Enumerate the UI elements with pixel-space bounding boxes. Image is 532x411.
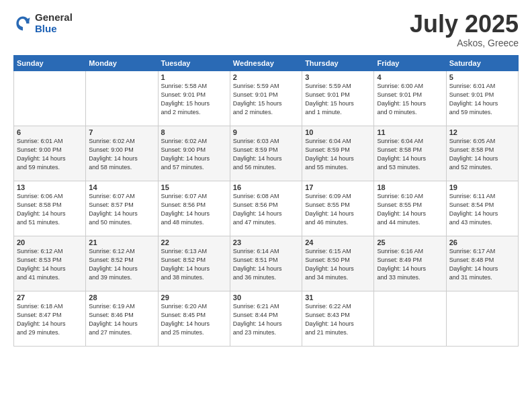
day-number: 31: [305, 293, 371, 302]
day-number: 18: [377, 183, 443, 191]
day-header-monday: Monday: [86, 56, 158, 71]
day-info: Sunrise: 6:01 AM Sunset: 9:01 PM Dayligh…: [449, 82, 515, 117]
calendar-cell: 3Sunrise: 5:59 AM Sunset: 9:01 PM Daylig…: [302, 71, 374, 126]
calendar-cell: 27Sunrise: 6:18 AM Sunset: 8:47 PM Dayli…: [14, 291, 86, 347]
day-info: Sunrise: 6:01 AM Sunset: 9:00 PM Dayligh…: [17, 137, 83, 172]
day-number: 13: [17, 183, 83, 191]
day-info: Sunrise: 6:07 AM Sunset: 8:57 PM Dayligh…: [89, 192, 154, 227]
day-info: Sunrise: 6:09 AM Sunset: 8:55 PM Dayligh…: [305, 192, 371, 227]
calendar-cell: 4Sunrise: 6:00 AM Sunset: 9:01 PM Daylig…: [374, 71, 446, 126]
day-number: 17: [305, 183, 371, 191]
month-title: July 2025: [410, 12, 519, 36]
calendar-cell: 15Sunrise: 6:07 AM Sunset: 8:56 PM Dayli…: [158, 181, 230, 236]
day-number: 19: [449, 183, 515, 191]
calendar-cell: 2Sunrise: 5:59 AM Sunset: 9:01 PM Daylig…: [230, 71, 302, 126]
day-info: Sunrise: 6:02 AM Sunset: 9:00 PM Dayligh…: [161, 137, 227, 172]
day-number: 27: [17, 293, 83, 302]
calendar-cell: 6Sunrise: 6:01 AM Sunset: 9:00 PM Daylig…: [14, 126, 86, 181]
day-number: 9: [233, 128, 299, 136]
calendar-cell: 13Sunrise: 6:06 AM Sunset: 8:58 PM Dayli…: [14, 181, 86, 236]
week-row-5: 27Sunrise: 6:18 AM Sunset: 8:47 PM Dayli…: [14, 291, 519, 347]
calendar-cell: 8Sunrise: 6:02 AM Sunset: 9:00 PM Daylig…: [158, 126, 230, 181]
day-info: Sunrise: 6:02 AM Sunset: 9:00 PM Dayligh…: [89, 137, 154, 172]
day-number: 2: [233, 73, 299, 81]
title-area: July 2025 Askos, Greece: [410, 12, 519, 48]
day-number: 11: [377, 128, 443, 136]
day-number: 7: [89, 128, 154, 136]
header-row: SundayMondayTuesdayWednesdayThursdayFrid…: [14, 56, 519, 71]
day-header-friday: Friday: [374, 56, 446, 71]
page: General Blue July 2025 Askos, Greece Sun…: [0, 0, 532, 411]
day-header-thursday: Thursday: [302, 56, 374, 71]
day-info: Sunrise: 6:18 AM Sunset: 8:47 PM Dayligh…: [17, 302, 83, 337]
calendar-cell: 31Sunrise: 6:22 AM Sunset: 8:43 PM Dayli…: [302, 291, 374, 347]
calendar-cell: [14, 71, 86, 126]
header: General Blue July 2025 Askos, Greece: [13, 12, 519, 48]
logo-text: General Blue: [35, 12, 73, 34]
day-number: 29: [161, 293, 227, 302]
calendar-cell: 22Sunrise: 6:13 AM Sunset: 8:52 PM Dayli…: [158, 236, 230, 291]
day-number: 12: [449, 128, 515, 136]
day-number: 26: [449, 238, 515, 246]
calendar-cell: [446, 291, 518, 347]
calendar-cell: 23Sunrise: 6:14 AM Sunset: 8:51 PM Dayli…: [230, 236, 302, 291]
day-number: 6: [17, 128, 83, 136]
calendar-cell: 5Sunrise: 6:01 AM Sunset: 9:01 PM Daylig…: [446, 71, 518, 126]
calendar-cell: 26Sunrise: 6:17 AM Sunset: 8:48 PM Dayli…: [446, 236, 518, 291]
day-info: Sunrise: 6:05 AM Sunset: 8:58 PM Dayligh…: [449, 137, 515, 172]
day-number: 30: [233, 293, 299, 302]
calendar-cell: [86, 71, 158, 126]
day-number: 14: [89, 183, 154, 191]
logo-blue: Blue: [35, 24, 73, 35]
day-info: Sunrise: 6:15 AM Sunset: 8:50 PM Dayligh…: [305, 247, 371, 282]
calendar-cell: 11Sunrise: 6:04 AM Sunset: 8:58 PM Dayli…: [374, 126, 446, 181]
day-number: 1: [161, 73, 227, 81]
location-subtitle: Askos, Greece: [410, 38, 519, 48]
calendar-cell: 25Sunrise: 6:16 AM Sunset: 8:49 PM Dayli…: [374, 236, 446, 291]
day-info: Sunrise: 6:16 AM Sunset: 8:49 PM Dayligh…: [377, 247, 443, 282]
day-header-sunday: Sunday: [14, 56, 86, 71]
day-info: Sunrise: 5:58 AM Sunset: 9:01 PM Dayligh…: [161, 82, 227, 117]
calendar-cell: 19Sunrise: 6:11 AM Sunset: 8:54 PM Dayli…: [446, 181, 518, 236]
day-info: Sunrise: 5:59 AM Sunset: 9:01 PM Dayligh…: [305, 82, 371, 117]
day-info: Sunrise: 6:06 AM Sunset: 8:58 PM Dayligh…: [17, 192, 83, 227]
day-info: Sunrise: 6:11 AM Sunset: 8:54 PM Dayligh…: [449, 192, 515, 227]
week-row-4: 20Sunrise: 6:12 AM Sunset: 8:53 PM Dayli…: [14, 236, 519, 291]
day-info: Sunrise: 6:22 AM Sunset: 8:43 PM Dayligh…: [305, 302, 371, 337]
day-info: Sunrise: 6:04 AM Sunset: 8:58 PM Dayligh…: [377, 137, 443, 172]
calendar-cell: 12Sunrise: 6:05 AM Sunset: 8:58 PM Dayli…: [446, 126, 518, 181]
calendar-cell: 21Sunrise: 6:12 AM Sunset: 8:52 PM Dayli…: [86, 236, 158, 291]
calendar-body: 1Sunrise: 5:58 AM Sunset: 9:01 PM Daylig…: [14, 71, 519, 347]
day-info: Sunrise: 5:59 AM Sunset: 9:01 PM Dayligh…: [233, 82, 299, 117]
day-number: 23: [233, 238, 299, 246]
week-row-1: 1Sunrise: 5:58 AM Sunset: 9:01 PM Daylig…: [14, 71, 519, 126]
day-info: Sunrise: 6:00 AM Sunset: 9:01 PM Dayligh…: [377, 82, 443, 117]
day-info: Sunrise: 6:12 AM Sunset: 8:53 PM Dayligh…: [17, 247, 83, 282]
day-info: Sunrise: 6:21 AM Sunset: 8:44 PM Dayligh…: [233, 302, 299, 337]
day-info: Sunrise: 6:12 AM Sunset: 8:52 PM Dayligh…: [89, 247, 154, 282]
day-number: 8: [161, 128, 227, 136]
logo: General Blue: [13, 12, 73, 34]
day-number: 21: [89, 238, 154, 246]
day-number: 4: [377, 73, 443, 81]
day-info: Sunrise: 6:20 AM Sunset: 8:45 PM Dayligh…: [161, 302, 227, 337]
day-info: Sunrise: 6:19 AM Sunset: 8:46 PM Dayligh…: [89, 302, 154, 337]
day-info: Sunrise: 6:13 AM Sunset: 8:52 PM Dayligh…: [161, 247, 227, 282]
logo-icon: [13, 14, 32, 33]
day-number: 5: [449, 73, 515, 81]
day-info: Sunrise: 6:08 AM Sunset: 8:56 PM Dayligh…: [233, 192, 299, 227]
calendar-cell: 30Sunrise: 6:21 AM Sunset: 8:44 PM Dayli…: [230, 291, 302, 347]
calendar-cell: 10Sunrise: 6:04 AM Sunset: 8:59 PM Dayli…: [302, 126, 374, 181]
day-info: Sunrise: 6:03 AM Sunset: 8:59 PM Dayligh…: [233, 137, 299, 172]
calendar-cell: 20Sunrise: 6:12 AM Sunset: 8:53 PM Dayli…: [14, 236, 86, 291]
day-number: 15: [161, 183, 227, 191]
calendar-cell: 17Sunrise: 6:09 AM Sunset: 8:55 PM Dayli…: [302, 181, 374, 236]
day-info: Sunrise: 6:17 AM Sunset: 8:48 PM Dayligh…: [449, 247, 515, 282]
calendar-cell: 29Sunrise: 6:20 AM Sunset: 8:45 PM Dayli…: [158, 291, 230, 347]
day-number: 3: [305, 73, 371, 81]
day-header-tuesday: Tuesday: [158, 56, 230, 71]
day-number: 16: [233, 183, 299, 191]
week-row-3: 13Sunrise: 6:06 AM Sunset: 8:58 PM Dayli…: [14, 181, 519, 236]
day-number: 24: [305, 238, 371, 246]
logo-general: General: [35, 12, 73, 24]
